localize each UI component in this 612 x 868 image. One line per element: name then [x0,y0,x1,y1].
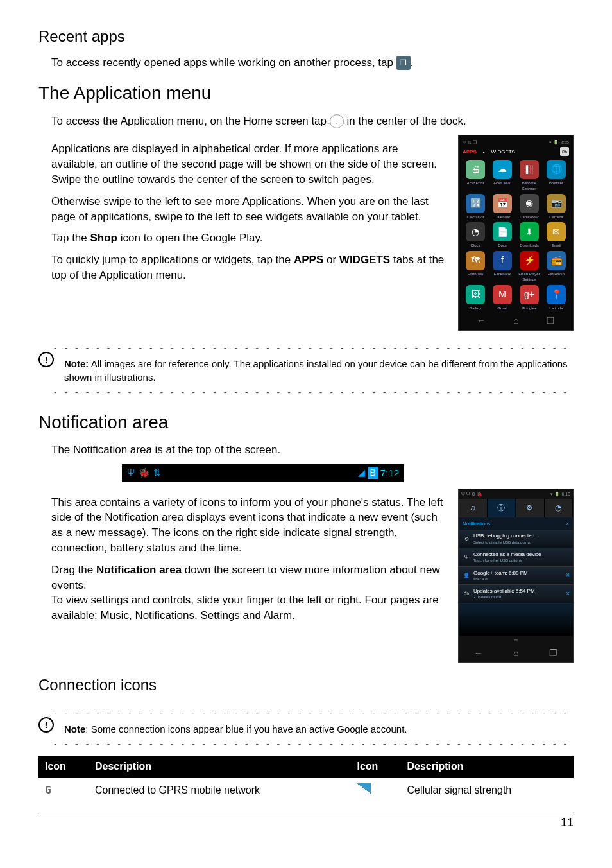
signal-icon: ◢ [358,467,365,480]
app-acer-print[interactable]: 🖨Acer Print [463,160,488,191]
app-docs[interactable]: 📄Docs [489,222,515,248]
notif-p3-4: Drag the Notification area down the scre… [51,562,446,623]
th-desc-1: Description [89,756,351,777]
app-downloads[interactable]: ⬇Downloads [516,222,542,248]
recent-apps-icon: ❐ [396,56,411,70]
notification-panel-screenshot: Ψ Ψ ⚙ 🐞▾ 🔋 6:10 ♫ ⓘ ⚙ ◔ Notifications× ⚙… [458,489,574,663]
txt: icon to open the Google Play. [117,232,263,244]
app-icon: 📄 [493,222,512,241]
gprs-icon: G [38,778,89,803]
app-email[interactable]: ✉Email [543,222,569,248]
txt: Drag the [51,564,96,576]
status-icons: ▾ 🔋 [549,140,560,144]
app-icon: ⬇ [520,222,539,241]
tab-apps[interactable]: APPS [463,148,477,155]
app-label: Calendar [489,214,515,220]
dismiss-icon[interactable]: × [566,571,570,580]
app-gallery[interactable]: 🖼Gallery [463,285,488,311]
application-menu-screenshot: Ψ ⇅ ❐▾ 🔋 2:55 APPS • WIDGETS 🛍 🖨Acer Pri… [458,135,574,330]
app-gmail[interactable]: MGmail [489,285,515,311]
home-icon[interactable]: ⌂ [513,647,518,660]
app-acercloud[interactable]: ☁AcerCloud [489,160,515,191]
app-label: Google+ [516,306,542,311]
app-camcorder[interactable]: ◉Camcorder [516,194,542,220]
app-label: EquiView [463,272,488,277]
back-icon[interactable]: ← [477,315,486,327]
app-icon: 📅 [493,194,512,213]
notif-p1: The Notification area is at the top of t… [51,442,574,458]
nt-icons: ▾ 🔋 [550,492,561,496]
app-facebook[interactable]: fFacebook [489,251,515,282]
app-label: Flash Player Settings [516,272,542,282]
notification-item[interactable]: 👤Google+ team: 6:08 PMacer 4 ✉× [459,567,573,586]
app-barcode-scanner[interactable]: ∥∥Barcode Scanner [516,160,542,191]
app-google-[interactable]: g+Google+ [516,285,542,311]
warning-icon: ! [38,352,54,367]
app-icon: ✉ [547,222,566,241]
app-icon: 📍 [547,285,566,304]
app-icon: 📷 [547,194,566,213]
shop-bold: Shop [90,232,118,244]
app-label: Facebook [489,272,515,277]
app-fm-radio[interactable]: 📻FM Radio [543,251,569,282]
app-camera[interactable]: 📷Camera [543,194,569,220]
recent-icon[interactable]: ❐ [549,647,557,660]
app-menu-intro-a: To access the Application menu, on the H… [51,115,330,127]
app-icon: g+ [520,285,539,304]
connection-icons-table: Icon Description Icon Description G Conn… [38,756,574,803]
note-dots-top: - - - - - - - - - - - - - - - - - - - - … [54,707,574,720]
notif-clear-icon[interactable]: × [566,520,569,527]
cell-signal-desc: Cellular signal strength [400,778,574,803]
app-icon: 🗺 [466,251,485,270]
app-calculator[interactable]: 🔢Calculator [463,194,488,220]
panel-tab-settings[interactable]: ⚙ [516,499,545,517]
app-menu-p4: Tap the Shop icon to open the Google Pla… [51,230,446,246]
panel-tab-notifications[interactable]: ⓘ [488,499,516,517]
notif-p2: This area contains a variety of icons to… [51,495,446,556]
app-menu-p3: Otherwise swipe to the left to see more … [51,194,446,225]
app-equiview[interactable]: 🗺EquiView [463,251,488,282]
app-icon: ◉ [520,194,539,213]
dismiss-icon[interactable]: × [566,589,570,598]
notification-item[interactable]: ΨConnected as a media deviceTouch for ot… [459,548,573,567]
status-time: 2:55 [560,140,569,144]
app-label: FM Radio [543,272,569,277]
app-label: Docs [489,243,515,248]
nt-left: Ψ Ψ ⚙ 🐞 [461,491,482,498]
apps-dock-icon: ⋮⋮⋮ [330,114,344,128]
usb-icon: Ψ [127,467,135,480]
debug-icon: 🐞 [139,467,149,480]
note-dots-bottom: - - - - - - - - - - - - - - - - - - - - … [54,386,574,399]
app-label: Latitude [543,306,569,311]
note-connection-icons: - - - - - - - - - - - - - - - - - - - - … [38,707,574,751]
app-menu-intro-b: in the center of the dock. [346,115,466,127]
app-icon: 🖨 [466,160,485,179]
recent-icon[interactable]: ❐ [547,315,555,327]
app-icon: ◔ [466,222,485,241]
panel-tab-music[interactable]: ♫ [459,499,488,517]
notification-item[interactable]: 🛍Updates available 5:54 PM2 updates foun… [459,585,573,603]
app-flash-player-settings[interactable]: ⚡Flash Player Settings [516,251,542,282]
app-icon: ⚡ [520,251,539,270]
th-icon-1: Icon [38,756,89,777]
app-clock[interactable]: ◔Clock [463,222,488,248]
nt-time: 6:10 [561,492,570,496]
app-browser[interactable]: 🌐Browser [543,160,569,191]
panel-tab-alarm[interactable]: ◔ [545,499,574,517]
txt: To quickly jump to applications or widge… [51,254,294,266]
heading-recent-apps: Recent apps [38,26,574,48]
drag-handle-icon[interactable]: ═ [459,636,573,645]
notif-item-text: Google+ team: 6:08 PMacer 4 ✉ [473,569,563,582]
back-icon[interactable]: ← [474,647,483,660]
app-icon: M [493,285,512,304]
tab-widgets[interactable]: WIDGETS [491,148,515,155]
notif-item-text: Connected as a media deviceTouch for oth… [473,551,567,564]
app-label: Email [543,243,569,248]
recent-apps-body: To access recently opened apps while wor… [51,55,574,71]
home-icon[interactable]: ⌂ [513,315,518,327]
notification-item[interactable]: ⚙USB debugging connectedSelect to disabl… [459,530,573,548]
shop-icon[interactable]: 🛍 [560,147,569,156]
app-calendar[interactable]: 📅Calendar [489,194,515,220]
heading-connection-icons: Connection icons [38,674,574,696]
app-latitude[interactable]: 📍Latitude [543,285,569,311]
